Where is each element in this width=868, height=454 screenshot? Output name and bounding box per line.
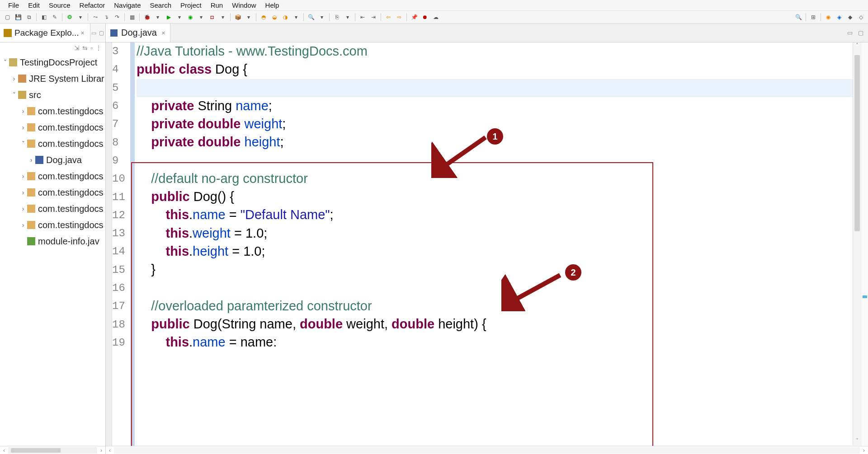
package-node[interactable]: ›com.testingdocs [0, 119, 105, 136]
build-icon[interactable]: ▦ [127, 13, 137, 22]
explorer-hscrollbar[interactable]: ‹ › [0, 446, 105, 454]
next-icon[interactable]: ⇥ [369, 13, 378, 22]
package-explorer: Package Explo... × ▭ ▢ ⇲ ⇆ ▫ ⋮ ˅TestingD… [0, 23, 106, 454]
package-icon [27, 123, 35, 131]
close-icon[interactable]: × [79, 29, 86, 37]
persp-icon[interactable]: ⊞ [809, 13, 818, 22]
module-node[interactable]: ›module-info.jav [0, 233, 105, 249]
package-node[interactable]: ›com.testingdocs [0, 168, 105, 184]
focus-icon[interactable]: ▫ [90, 44, 93, 51]
ext-run-icon[interactable]: ◘ [208, 13, 217, 22]
new-class-icon[interactable]: ◓ [259, 13, 268, 22]
package-icon [27, 107, 35, 115]
step2-icon[interactable]: ↷ [113, 13, 122, 22]
new-icon[interactable]: ▢ [3, 13, 12, 22]
back-icon[interactable]: ⇦ [384, 13, 393, 22]
folder-icon [18, 91, 26, 99]
toggle-icon[interactable]: ◧ [39, 13, 48, 22]
minimize-icon[interactable]: ▭ [90, 30, 98, 36]
maximize-icon[interactable]: ▢ [98, 30, 105, 36]
package-explorer-icon [4, 29, 12, 37]
dd2-icon[interactable]: ▾ [175, 13, 184, 22]
scroll-thumb[interactable] [854, 55, 860, 231]
debug-persp-icon[interactable]: ◈ [835, 13, 844, 22]
project-tree: ˅TestingDocsProject ›JRE System Librar ˅… [0, 53, 105, 250]
dd5-icon[interactable]: ▾ [244, 13, 253, 22]
package-node[interactable]: ›com.testingdocs [0, 217, 105, 233]
wand-icon[interactable]: ✎ [50, 13, 59, 22]
menu-refactor[interactable]: Refactor [75, 1, 110, 9]
scroll-thumb[interactable] [11, 448, 61, 453]
dd8-icon[interactable]: ▾ [343, 13, 352, 22]
scroll-up-icon[interactable]: ˄ [853, 42, 861, 51]
dd7-icon[interactable]: ▾ [317, 13, 326, 22]
step-icon[interactable]: ↴ [102, 13, 111, 22]
menu-source[interactable]: Source [44, 1, 75, 9]
package-icon [27, 221, 35, 229]
collapse-all-icon[interactable]: ⇲ [74, 44, 80, 51]
menu-file[interactable]: File [4, 1, 24, 9]
scroll-left-icon[interactable]: ‹ [106, 447, 114, 454]
search-icon[interactable]: 🔍 [307, 13, 316, 22]
skip-icon[interactable]: ⤳ [91, 13, 100, 22]
scroll-left-icon[interactable]: ‹ [0, 447, 8, 454]
java-persp-icon[interactable]: ◉ [824, 13, 833, 22]
quick-access-icon[interactable]: 🔍 [794, 13, 803, 22]
new-folder-icon[interactable]: ◑ [281, 13, 290, 22]
editor-hscrollbar[interactable]: ‹ › [106, 446, 868, 454]
dd1-icon[interactable]: ▾ [153, 13, 162, 22]
minimize-icon[interactable]: ▭ [845, 29, 854, 36]
package-node[interactable]: ›com.testingdocs [0, 201, 105, 217]
scroll-right-icon[interactable]: › [860, 447, 868, 454]
dd6-icon[interactable]: ▾ [292, 13, 301, 22]
close-icon[interactable]: × [161, 29, 165, 37]
new-pkg-icon[interactable]: 📦 [233, 13, 242, 22]
link-editor-icon[interactable]: ⇆ [82, 44, 88, 51]
explorer-tab[interactable]: Package Explo... × [0, 23, 90, 42]
menu-run[interactable]: Run [206, 1, 228, 9]
fold-gutter[interactable] [130, 42, 135, 446]
other-persp-icon[interactable]: ◇ [856, 13, 865, 22]
menu-edit[interactable]: Edit [24, 1, 44, 9]
fwd-icon[interactable]: ⇨ [395, 13, 404, 22]
file-node[interactable]: ›Dog.java [0, 152, 105, 168]
menu-navigate[interactable]: Navigate [109, 1, 145, 9]
src-node[interactable]: ˅src [0, 87, 105, 103]
package-node[interactable]: ›com.testingdocs [0, 184, 105, 201]
overview-ruler[interactable] [861, 42, 868, 446]
scroll-down-icon[interactable]: ˅ [853, 438, 861, 446]
prev-icon[interactable]: ⇤ [358, 13, 367, 22]
menu-window[interactable]: Window [227, 1, 260, 9]
view-menu-icon[interactable]: ⋮ [95, 44, 102, 51]
code-content[interactable]: //Java Tutorials - www.TestingDocs.compu… [135, 42, 853, 446]
editor-vscrollbar[interactable]: ˄ ˅ [853, 42, 861, 446]
pin-icon[interactable]: 📌 [410, 13, 419, 22]
debug-icon[interactable]: ❂ [65, 13, 74, 22]
line-number-gutter: 345678910111213141516171819 [112, 42, 130, 446]
scroll-right-icon[interactable]: › [97, 447, 105, 454]
menu-search[interactable]: Search [145, 1, 176, 9]
git-persp-icon[interactable]: ◆ [845, 13, 854, 22]
module-icon [27, 237, 35, 245]
project-node[interactable]: ˅TestingDocsProject [0, 54, 105, 70]
package-node-open[interactable]: ˅com.testingdocs [0, 136, 105, 152]
new-proj-icon[interactable]: ◒ [270, 13, 279, 22]
run-debug-icon[interactable]: 🐞 [142, 13, 151, 22]
cloud-icon[interactable]: ☁ [431, 13, 440, 22]
task-icon[interactable]: ⎘ [332, 13, 341, 22]
menu-project[interactable]: Project [176, 1, 206, 9]
package-node[interactable]: ›com.testingdocs [0, 103, 105, 119]
coverage-icon[interactable]: ◉ [186, 13, 195, 22]
editor-tab[interactable]: Dog.java × [106, 23, 170, 42]
dd4-icon[interactable]: ▾ [218, 13, 227, 22]
code-editor[interactable]: 345678910111213141516171819 //Java Tutor… [106, 42, 868, 446]
save-icon[interactable]: 💾 [14, 13, 23, 22]
dd3-icon[interactable]: ▾ [197, 13, 206, 22]
save-all-icon[interactable]: ⧉ [24, 13, 33, 22]
menu-help[interactable]: Help [261, 1, 284, 9]
run-icon[interactable]: ▶ [164, 13, 173, 22]
dropdown-icon[interactable]: ▾ [76, 13, 85, 22]
stop-icon[interactable]: ⏺ [420, 13, 429, 22]
maximize-icon[interactable]: ▢ [856, 29, 865, 36]
jre-node[interactable]: ›JRE System Librar [0, 70, 105, 87]
